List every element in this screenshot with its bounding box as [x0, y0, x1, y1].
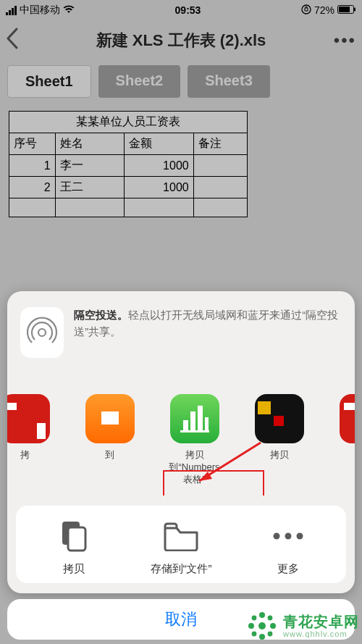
- more-icon: [264, 517, 312, 555]
- share-apps-row[interactable]: 拷 到 拷贝到“Numbers 表格” 拷贝 拷: [7, 372, 355, 495]
- action-label: 拷贝: [63, 562, 85, 576]
- app-icon: [85, 394, 135, 443]
- folder-icon: [157, 517, 205, 555]
- svg-point-25: [268, 632, 273, 637]
- svg-point-20: [248, 623, 254, 629]
- action-label: 存储到“文件”: [151, 562, 212, 576]
- numbers-icon: [170, 394, 219, 443]
- svg-rect-9: [205, 417, 209, 430]
- svg-point-15: [285, 533, 292, 540]
- svg-point-22: [252, 616, 257, 621]
- app-label: 到: [105, 449, 114, 472]
- svg-point-18: [259, 612, 265, 618]
- svg-point-21: [270, 623, 276, 629]
- copy-icon: [50, 517, 98, 555]
- watermark-text: 青花安卓网 www.qhhlv.com: [283, 614, 359, 638]
- svg-point-24: [252, 632, 257, 637]
- share-actions-card: 拷贝 存储到“文件” 更多: [16, 506, 346, 583]
- airdrop-icon: [20, 307, 64, 358]
- watermark: 青花安卓网 www.qhhlv.com: [247, 611, 359, 641]
- svg-rect-5: [180, 430, 209, 432]
- svg-point-23: [268, 616, 273, 621]
- annotation-highlight-box: [163, 470, 264, 495]
- action-label: 更多: [277, 562, 299, 576]
- svg-rect-7: [190, 411, 195, 430]
- airdrop-row[interactable]: 隔空投送。轻点以打开无线局域网和蓝牙来通过“隔空投送”共享。: [7, 291, 355, 372]
- action-more[interactable]: 更多: [235, 517, 342, 576]
- share-app[interactable]: 拷: [7, 394, 56, 472]
- svg-rect-13: [68, 527, 85, 551]
- share-app[interactable]: 拷贝: [248, 394, 310, 472]
- share-app[interactable]: 拷: [333, 394, 355, 472]
- svg-rect-8: [198, 406, 203, 430]
- share-app-numbers[interactable]: 拷贝到“Numbers 表格”: [164, 394, 225, 472]
- svg-point-19: [259, 634, 265, 640]
- svg-rect-6: [183, 420, 188, 430]
- action-copy[interactable]: 拷贝: [20, 517, 127, 576]
- watermark-url: www.qhhlv.com: [283, 630, 359, 638]
- share-app[interactable]: 到: [79, 394, 140, 472]
- svg-point-17: [258, 622, 266, 630]
- share-sheet: 隔空投送。轻点以打开无线局域网和蓝牙来通过“隔空投送”共享。 拷 到 拷贝到“N…: [7, 291, 355, 593]
- app-label: 拷贝到“Numbers 表格”: [164, 449, 225, 472]
- cancel-label: 取消: [165, 609, 197, 630]
- svg-point-14: [274, 533, 280, 540]
- svg-point-4: [38, 329, 46, 336]
- svg-point-16: [297, 533, 303, 540]
- airdrop-title: 隔空投送。: [74, 309, 128, 321]
- app-icon: [340, 394, 355, 443]
- app-label: 拷: [20, 449, 30, 472]
- app-label: 拷贝: [270, 449, 289, 472]
- app-icon: [7, 394, 50, 443]
- app-icon: [255, 394, 304, 443]
- watermark-brand: 青花安卓网: [283, 614, 359, 630]
- watermark-logo-icon: [247, 611, 277, 641]
- airdrop-text: 隔空投送。轻点以打开无线局域网和蓝牙来通过“隔空投送”共享。: [74, 307, 342, 340]
- action-save-to-files[interactable]: 存储到“文件”: [127, 517, 235, 576]
